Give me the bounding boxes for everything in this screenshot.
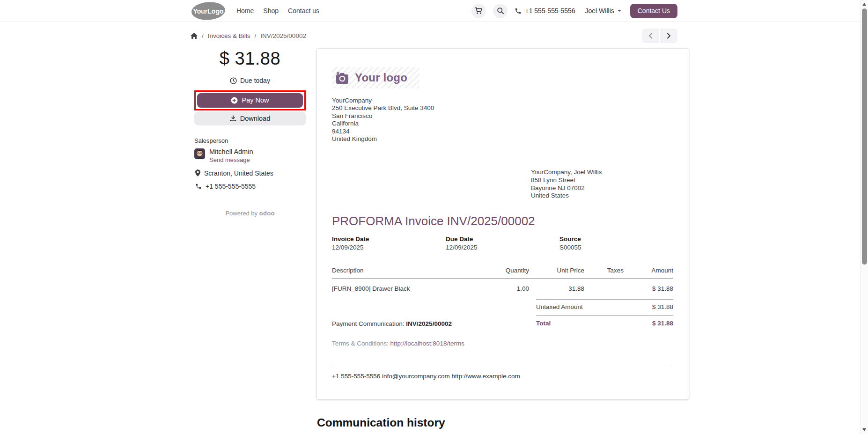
salesperson-phone: +1 555-555-5555 xyxy=(194,183,306,190)
total-row: Total $ 31.88 xyxy=(536,315,673,332)
line-taxes xyxy=(584,279,624,299)
untaxed-amount-label: Untaxed Amount xyxy=(536,303,583,310)
page-scrollbar[interactable] xyxy=(860,0,868,434)
company-city: San Francisco xyxy=(332,112,673,120)
customer-city: Bayonne NJ 07002 xyxy=(531,185,673,192)
terms-label: Terms & Conditions: xyxy=(332,340,389,347)
scrollbar-thumb[interactable] xyxy=(862,8,867,265)
invoice-date-label: Invoice Date xyxy=(332,235,446,243)
user-name: Joel Willis xyxy=(585,7,614,15)
powered-by-text: Powered by xyxy=(225,210,257,217)
line-amount: $ 31.88 xyxy=(624,279,673,299)
clock-icon xyxy=(230,77,237,84)
source-block: Source S00055 xyxy=(559,235,673,251)
download-button[interactable]: Download xyxy=(194,111,306,125)
customer-name: YourCompany, Joel Willis xyxy=(531,169,673,176)
scrollbar-down-arrow-icon[interactable] xyxy=(862,428,866,431)
invoice-sidebar: $ 31.88 Due today Pay Now Download xyxy=(191,49,317,217)
cart-icon xyxy=(475,7,483,15)
pay-now-label: Pay Now xyxy=(242,96,269,104)
document-footer-contact: +1 555-555-5556 info@yourcompany.com htt… xyxy=(332,373,673,380)
totals-section: Untaxed Amount $ 31.88 Total $ 31.88 xyxy=(536,299,673,332)
site-logo-image: YourLogo xyxy=(191,1,226,21)
search-button[interactable] xyxy=(493,4,508,18)
footer-divider xyxy=(332,364,673,364)
due-status-label: Due today xyxy=(240,77,270,84)
salesperson-phone-text: +1 555-555-5555 xyxy=(206,183,256,190)
due-date-block: Due Date 12/09/2025 xyxy=(446,235,559,251)
odoo-logo[interactable]: odoo xyxy=(259,210,275,217)
download-icon xyxy=(230,115,236,122)
send-message-link[interactable]: Send message xyxy=(209,156,250,163)
due-date-label: Due Date xyxy=(446,235,559,243)
chevron-right-icon xyxy=(667,33,671,39)
company-name: YourCompany xyxy=(332,97,673,104)
untaxed-amount-value: $ 31.88 xyxy=(652,303,673,310)
cart-button[interactable] xyxy=(471,4,486,18)
col-header-unit-price: Unit Price xyxy=(529,263,584,279)
breadcrumb-current: INV/2025/00002 xyxy=(260,32,306,39)
salesperson-section: Salesperson Mitchell Admin Send message xyxy=(194,137,306,190)
invoice-title: PROFORMA Invoice INV/2025/00002 xyxy=(332,214,673,228)
contact-us-button[interactable]: Contact Us xyxy=(630,4,677,18)
nav-item-contact-us[interactable]: Contact us xyxy=(288,7,319,15)
customer-country: United States xyxy=(531,192,673,199)
col-header-taxes: Taxes xyxy=(584,263,624,279)
svg-text:YourLogo: YourLogo xyxy=(193,7,223,15)
company-logo-placeholder: Your logo xyxy=(332,67,419,88)
company-address: YourCompany 250 Executive Park Blvd, Sui… xyxy=(332,97,673,143)
customer-address: YourCompany, Joel Willis 858 Lynn Street… xyxy=(531,169,673,199)
prev-record-button[interactable] xyxy=(642,29,659,43)
salesperson-location: Scranton, United States xyxy=(194,169,306,177)
untaxed-amount-row: Untaxed Amount $ 31.88 xyxy=(536,299,673,315)
col-header-amount: Amount xyxy=(624,263,673,279)
table-row: [FURN_8900] Drawer Black 1.00 31.88 $ 31… xyxy=(332,279,673,299)
search-icon xyxy=(497,7,504,15)
powered-by: Powered by odoo xyxy=(194,210,306,217)
salesperson-name: Mitchell Admin xyxy=(209,148,253,155)
invoice-lines-table: Description Quantity Unit Price Taxes Am… xyxy=(332,263,673,299)
scrollbar-up-arrow-icon[interactable] xyxy=(862,3,866,6)
col-header-quantity: Quantity xyxy=(477,263,529,279)
arrow-right-circle-icon xyxy=(231,97,238,104)
next-record-button[interactable] xyxy=(660,29,677,43)
terms-link[interactable]: http://localhost:8018/terms xyxy=(390,340,464,347)
due-status: Due today xyxy=(230,77,270,84)
customer-street: 858 Lynn Street xyxy=(531,177,673,184)
breadcrumb: / Invoices & Bills / INV/2025/00002 xyxy=(191,32,306,39)
terms-and-conditions: Terms & Conditions: http://localhost:801… xyxy=(332,340,673,347)
header-phone-link[interactable]: +1 555-555-5556 xyxy=(515,7,575,15)
header-phone-number: +1 555-555-5556 xyxy=(525,7,575,15)
salesperson-label: Salesperson xyxy=(194,137,306,144)
source-value: S00055 xyxy=(559,244,673,251)
breadcrumb-home-link[interactable] xyxy=(191,33,198,39)
total-label: Total xyxy=(536,320,551,327)
site-logo[interactable]: YourLogo xyxy=(191,1,226,21)
annotation-highlight-box: Pay Now xyxy=(194,90,306,110)
map-pin-icon xyxy=(195,169,200,177)
source-label: Source xyxy=(559,235,673,243)
invoice-date-value: 12/09/2025 xyxy=(332,244,446,251)
breadcrumb-invoices-link[interactable]: Invoices & Bills xyxy=(208,32,250,39)
invoice-info: Invoice Date 12/09/2025 Due Date 12/09/2… xyxy=(332,235,673,251)
line-unit-price: 31.88 xyxy=(529,279,584,299)
main-nav: Home Shop Contact us xyxy=(236,7,319,15)
company-zip: 94134 xyxy=(332,128,673,135)
chevron-left-icon xyxy=(648,33,653,39)
pay-now-button[interactable]: Pay Now xyxy=(197,93,303,108)
breadcrumb-separator: / xyxy=(202,32,204,39)
payment-communication: Payment Communication: INV/2025/00002 xyxy=(332,320,452,332)
due-date-value: 12/09/2025 xyxy=(446,244,559,251)
nav-item-shop[interactable]: Shop xyxy=(263,7,279,15)
user-menu-dropdown[interactable]: Joel Willis xyxy=(585,7,621,15)
col-header-description: Description xyxy=(332,263,477,279)
company-street: 250 Executive Park Blvd, Suite 3400 xyxy=(332,104,673,112)
amount-due: $ 31.88 xyxy=(194,49,306,69)
company-logo-text: Your logo xyxy=(355,71,407,84)
salesperson-avatar xyxy=(194,148,205,159)
home-icon xyxy=(191,33,198,39)
invoice-document: Your logo YourCompany 250 Executive Park… xyxy=(317,49,689,399)
nav-item-home[interactable]: Home xyxy=(236,7,254,15)
phone-icon xyxy=(195,183,202,190)
breadcrumb-separator: / xyxy=(255,32,257,39)
